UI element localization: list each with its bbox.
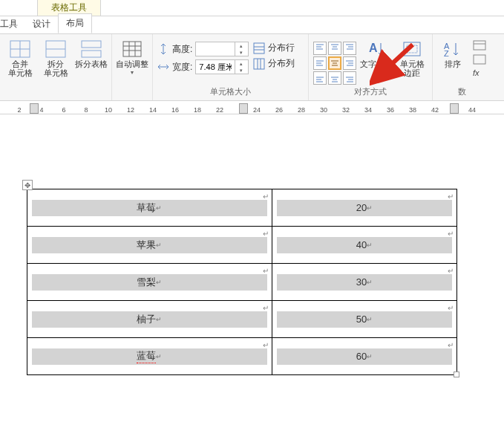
paragraph-mark-icon: ↵ bbox=[367, 353, 373, 360]
align-middle-center[interactable] bbox=[328, 56, 341, 70]
ruler-tick: 14 bbox=[147, 106, 159, 114]
document-area[interactable]: ✥ 草莓↵↵20↵↵苹果↵↵40↵↵雪梨↵↵30↵↵柚子↵↵50↵↵蓝莓↵↵60… bbox=[0, 114, 504, 390]
table-row[interactable]: 雪梨↵↵30↵↵ bbox=[27, 264, 457, 301]
svg-rect-49 bbox=[404, 42, 420, 56]
align-bottom-left[interactable] bbox=[313, 71, 327, 85]
cell-end-mark-icon: ↵ bbox=[448, 341, 454, 349]
group-merge-label bbox=[4, 96, 107, 97]
distribute-cols-button[interactable]: 分布列 bbox=[253, 57, 295, 70]
dropdown-icon: ▼ bbox=[130, 70, 135, 75]
table-cell[interactable]: 蓝莓↵↵ bbox=[27, 338, 272, 375]
align-middle-right[interactable] bbox=[343, 56, 356, 70]
table-row[interactable]: 柚子↵↵50↵↵ bbox=[27, 301, 457, 338]
cell-end-mark-icon: ↵ bbox=[448, 304, 454, 312]
svg-text:Z: Z bbox=[444, 49, 449, 58]
cell-end-mark-icon: ↵ bbox=[263, 230, 269, 238]
cell-margins-icon bbox=[402, 40, 422, 58]
ruler-tick: 10 bbox=[102, 106, 114, 114]
svg-rect-14 bbox=[254, 43, 264, 53]
distribute-rows-button[interactable]: 分布行 bbox=[253, 42, 295, 54]
horizontal-ruler[interactable]: 246810121416182224262830323436384244 bbox=[0, 101, 504, 114]
tab-design-label: 设计 bbox=[33, 19, 50, 29]
table-cell[interactable]: 60↵↵ bbox=[272, 338, 456, 375]
split-cells-button[interactable]: 拆分 单元格 bbox=[40, 37, 71, 77]
width-up[interactable]: ▲ bbox=[235, 60, 246, 67]
height-spinner[interactable]: ▲▼ bbox=[195, 42, 249, 56]
cell-end-mark-icon: ↵ bbox=[263, 267, 269, 275]
table-row[interactable]: 草莓↵↵20↵↵ bbox=[27, 189, 457, 227]
table-resize-handle[interactable] bbox=[454, 372, 459, 377]
table-cell[interactable]: 雪梨↵↵ bbox=[27, 264, 272, 301]
width-icon bbox=[157, 61, 169, 73]
svg-rect-50 bbox=[407, 45, 417, 53]
ruler-tick: 26 bbox=[273, 106, 285, 114]
cell-content: 草莓↵ bbox=[32, 200, 267, 216]
cell-end-mark-icon: ↵ bbox=[448, 267, 454, 275]
ruler-tick: 42 bbox=[429, 106, 441, 114]
table-cell[interactable]: 50↵↵ bbox=[272, 301, 456, 338]
ruler-tick: 12 bbox=[125, 106, 137, 114]
sort-button[interactable]: AZ 排序 bbox=[437, 37, 468, 68]
table-row[interactable]: 苹果↵↵40↵↵ bbox=[27, 227, 457, 264]
height-down[interactable]: ▼ bbox=[235, 49, 246, 56]
height-input[interactable] bbox=[196, 42, 235, 56]
ruler-tick: 18 bbox=[192, 106, 203, 114]
cell-content: 50↵ bbox=[277, 311, 452, 328]
text-direction-button[interactable]: A 文字方向 bbox=[361, 37, 392, 68]
ruler-tick: 36 bbox=[384, 106, 396, 114]
merge-cells-button[interactable]: 合并 单元格 bbox=[4, 37, 36, 77]
convert-button[interactable] bbox=[473, 54, 486, 67]
ruler-tick: 6 bbox=[58, 106, 70, 114]
cell-end-mark-icon: ↵ bbox=[448, 230, 454, 238]
cell-text: 20 bbox=[356, 202, 367, 213]
tab-tools[interactable]: 工具 bbox=[0, 15, 25, 33]
ruler-right-marker[interactable] bbox=[450, 103, 459, 114]
align-bottom-right[interactable] bbox=[343, 71, 356, 85]
autofit-button[interactable]: 自动调整 ▼ bbox=[117, 37, 148, 75]
paragraph-mark-icon: ↵ bbox=[156, 204, 162, 212]
split-table-button[interactable]: 拆分表格 bbox=[76, 37, 107, 68]
paragraph-mark-icon: ↵ bbox=[156, 241, 162, 249]
svg-rect-17 bbox=[254, 59, 264, 69]
align-top-left[interactable] bbox=[313, 42, 327, 55]
paragraph-mark-icon: ↵ bbox=[156, 316, 162, 323]
ruler-column-marker[interactable] bbox=[239, 103, 248, 114]
align-bottom-center[interactable] bbox=[328, 71, 341, 85]
group-cell-size: 高度: ▲▼ 宽度: ▲▼ bbox=[153, 34, 309, 100]
text-direction-icon: A bbox=[366, 40, 387, 58]
convert-icon bbox=[473, 54, 486, 65]
table-cell[interactable]: 柚子↵↵ bbox=[27, 301, 272, 338]
width-down[interactable]: ▼ bbox=[235, 67, 246, 74]
height-label: 高度: bbox=[172, 43, 192, 56]
width-input[interactable] bbox=[196, 60, 235, 74]
table-cell[interactable]: 40↵↵ bbox=[272, 227, 456, 264]
formula-button[interactable]: fx bbox=[473, 68, 486, 77]
ribbon: 合并 单元格 拆分 单元格 拆分表格 自动调整 ▼ bbox=[0, 34, 504, 101]
table-cell[interactable]: 苹果↵↵ bbox=[27, 227, 272, 264]
cell-content: 柚子↵ bbox=[32, 311, 267, 328]
height-icon bbox=[157, 43, 169, 55]
height-up[interactable]: ▲ bbox=[235, 42, 246, 49]
cell-text: 蓝莓 bbox=[137, 349, 156, 363]
align-middle-left[interactable] bbox=[313, 56, 327, 70]
align-top-right[interactable] bbox=[343, 42, 356, 55]
cell-end-mark-icon: ↵ bbox=[448, 192, 454, 201]
merge-cells-icon bbox=[10, 40, 30, 58]
width-spinner[interactable]: ▲▼ bbox=[195, 59, 249, 74]
svg-rect-54 bbox=[474, 41, 485, 50]
align-top-center[interactable] bbox=[328, 42, 341, 55]
table-cell[interactable]: 30↵↵ bbox=[272, 264, 456, 301]
group-data: AZ 排序 fx 数 bbox=[433, 34, 491, 100]
tab-layout[interactable]: 布局 bbox=[58, 13, 92, 33]
ruler-tick: 38 bbox=[407, 106, 419, 114]
tab-design[interactable]: 设计 bbox=[25, 15, 58, 33]
table-row[interactable]: 蓝莓↵↵60↵↵ bbox=[27, 338, 457, 375]
svg-rect-6 bbox=[82, 51, 101, 57]
cell-margins-button[interactable]: 单元格 边距 bbox=[396, 37, 428, 77]
text-direction-label: 文字方向 bbox=[360, 59, 393, 68]
table-cell[interactable]: 20↵↵ bbox=[272, 189, 456, 227]
repeat-header-button[interactable] bbox=[473, 40, 486, 53]
autofit-label: 自动调整 bbox=[116, 59, 148, 68]
word-table[interactable]: 草莓↵↵20↵↵苹果↵↵40↵↵雪梨↵↵30↵↵柚子↵↵50↵↵蓝莓↵↵60↵↵ bbox=[27, 189, 457, 375]
table-cell[interactable]: 草莓↵↵ bbox=[27, 189, 272, 227]
